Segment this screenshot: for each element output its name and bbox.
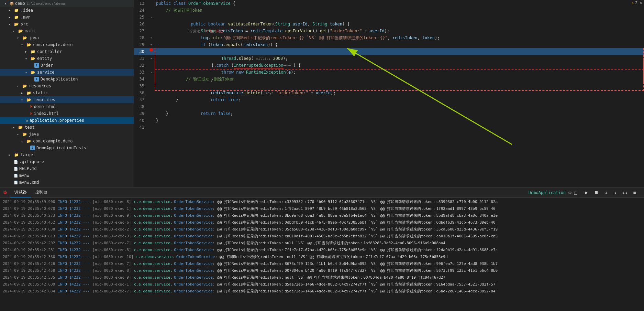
help-label: HELP.md [19, 166, 37, 171]
tab-console[interactable]: 控制台 [31, 187, 52, 197]
templates-label: templates [33, 97, 55, 102]
sidebar-item-src[interactable]: src [0, 21, 134, 28]
line-num-36: 36 [134, 89, 148, 96]
index-html-spacer [23, 111, 29, 116]
log-ts-13: 2024-09-19 20:35:42.684 [3, 288, 55, 295]
demo-class-icon: C [34, 77, 39, 82]
log-line-5: 2024-09-19 20:35:40.813 INFO 14232 --- [… [0, 233, 644, 240]
log-line-1: 2024-09-19 20:35:40.070 INFO 14232 --- [… [0, 205, 644, 212]
sidebar-item-test[interactable]: test [0, 124, 134, 131]
log-ts-7: 2024-09-19 20:35:42.281 [3, 247, 55, 254]
line-code-13: public class OrderTokenService { [155, 0, 644, 7]
line-num-40: 40 [134, 117, 148, 124]
warning-icon: ⚠ [632, 1, 634, 5]
debug-stop[interactable]: ⏹ [592, 189, 600, 196]
sidebar-item-demo-html[interactable]: H demo.html [0, 103, 134, 110]
log-level-5: INFO 14232 --- [58, 233, 90, 240]
log-msg-12: : @@ 打印Redis中记录的redisToken：d5ae72e6-1466… [213, 281, 496, 288]
log-line-7: 2024-09-19 20:35:42.281 INFO 14232 --- [… [0, 247, 644, 254]
sidebar-item-entity[interactable]: entity [0, 55, 134, 62]
sidebar-item-mvnw-cmd[interactable]: 📄 mvnw.cmd [0, 179, 134, 186]
line-code-39: } [155, 110, 644, 117]
sidebar-item-idea[interactable]: .idea [0, 7, 134, 14]
sidebar-item-order[interactable]: C Order [0, 62, 134, 69]
sidebar-item-java[interactable]: java [0, 34, 134, 41]
sidebar-item-test-com[interactable]: com.example.demo [0, 138, 134, 144]
log-level-0: INFO 14232 --- [58, 199, 90, 205]
sidebar-item-resources[interactable]: resources [0, 83, 134, 89]
templates-arrow [19, 97, 25, 103]
log-thread-7: [nio-8080-exec-8] [92, 247, 131, 254]
debug-menu[interactable]: ≡ [631, 189, 639, 196]
sidebar-item-index-html[interactable]: H index.html [0, 110, 134, 117]
fold-arrow-28: ▾ [150, 34, 152, 41]
debug-step-over[interactable]: ↓ [612, 189, 619, 196]
debug-icon[interactable]: 🐞 [3, 190, 8, 195]
log-service-12: OrderTokenService [174, 281, 213, 288]
log-level-2: INFO 14232 --- [58, 212, 90, 219]
maximize-button[interactable]: □ [574, 190, 577, 195]
code-line-24: 24 // 验证订单Token [134, 7, 644, 14]
service-label: service [37, 70, 55, 75]
tests-class-icon: C [30, 146, 35, 150]
log-ts-1: 2024-09-19 20:35:40.070 [3, 205, 55, 212]
log-thread-12: [nio-8080-exec-1] [92, 281, 131, 288]
main-arrow [11, 28, 16, 34]
debug-play[interactable]: ▶ [583, 189, 590, 196]
code-content[interactable]: ⚠ 2 × 13 public class OrderTokenService … [134, 0, 644, 187]
sidebar-item-demoapplication[interactable]: C DemoApplication [0, 76, 134, 83]
sidebar-item-static[interactable]: static [0, 89, 134, 96]
line-num-35: 35 [134, 83, 148, 89]
breakpoint-30 [149, 48, 153, 52]
log-class-3: c.e.demo.service. [134, 219, 173, 226]
demo-spacer [27, 76, 33, 82]
sidebar-item-service[interactable]: service [0, 69, 134, 76]
sidebar-item-gitignore[interactable]: 📄 .gitignore [0, 158, 134, 165]
log-thread-11: [nio-8080-exec-9] [92, 274, 131, 281]
log-content[interactable]: 2024-09-19 20:35:39.900 INFO 14232 --- [… [0, 198, 644, 311]
order-label: Order [41, 63, 53, 68]
sidebar-item-application-properties[interactable]: ⚙ application.properties [0, 117, 134, 124]
root-arrow [3, 1, 8, 6]
mvnw-icon: 📄 [14, 174, 18, 178]
settings-button[interactable]: ⚙ [568, 190, 571, 195]
log-ts-6: 2024-09-19 20:35:42.202 [3, 240, 55, 247]
line-code-24: // 验证订单Token [155, 7, 644, 14]
test-com-label: com.example.demo [33, 139, 73, 143]
src-label: src [21, 22, 28, 26]
sidebar-item-test-java[interactable]: java [0, 131, 134, 138]
code-line-38: 38 return false; [134, 103, 644, 110]
sidebar-item-target[interactable]: target [0, 151, 134, 158]
log-msg-13: : @@ 打印Redis中记录的redisToken：d5ae72e6-1466… [213, 288, 496, 295]
sidebar-item-mvn[interactable]: .mvn [0, 14, 134, 21]
resources-arrow [15, 83, 21, 89]
test-java-folder-icon [22, 131, 27, 137]
sidebar-item-controller[interactable]: controller [0, 48, 134, 55]
log-service-6: OrderTokenService [174, 240, 213, 247]
test-java-label: java [29, 132, 39, 137]
sidebar-item-help[interactable]: 📄 HELP.md [0, 165, 134, 172]
project-label: demo [15, 1, 25, 6]
sidebar-item-com-example[interactable]: com.example.demo [0, 41, 134, 48]
log-service-8: OrderTokenService [176, 254, 215, 260]
sidebar-item-demo-tests[interactable]: C DemoApplicationTests [0, 144, 134, 151]
debug-step-into[interactable]: ↓↓ [621, 189, 629, 196]
sidebar-item-main[interactable]: main [0, 28, 134, 34]
code-line-36: 36 return true; [134, 89, 644, 96]
sidebar-item-templates[interactable]: templates [0, 96, 134, 103]
idea-label: .idea [21, 8, 33, 13]
log-line-11: 2024-09-19 20:35:42.535 INFO 14232 --- [… [0, 274, 644, 281]
debug-restart[interactable]: ↺ [602, 189, 610, 196]
com-arrow [19, 42, 25, 47]
log-thread-10: [nio-8080-exec-8] [92, 267, 131, 274]
log-class-8: c.e.demo.service. [136, 254, 175, 260]
log-msg-1: : @@ 打印Redis中记录的redisToken：1f92aad1-8997… [213, 205, 496, 212]
log-line-9: 2024-09-19 20:35:42.426 INFO 14232 --- [… [0, 260, 644, 267]
sidebar-root[interactable]: 📦 demo E:\JavaDemos\demo [0, 0, 134, 7]
log-msg-8: : @@ 打印Redis中记录的redisToken：null `VS` @@ … [215, 254, 447, 260]
src-arrow [7, 21, 12, 27]
java-label: java [29, 35, 39, 40]
tab-debugger[interactable]: 调试器 [10, 187, 31, 197]
bottom-panel: 🐞 调试器 控制台 DemoApplication ⚙ □ ▶ ⏹ ↺ ↓ ↓↓… [0, 187, 644, 311]
sidebar-item-mvnw[interactable]: 📄 mvnw [0, 172, 134, 179]
